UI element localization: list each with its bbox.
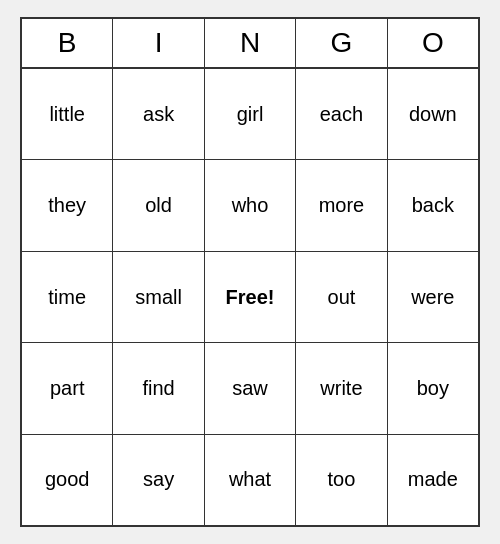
- bingo-row-3: partfindsawwriteboy: [22, 343, 478, 434]
- bingo-cell-3-4: boy: [388, 343, 478, 433]
- bingo-cell-3-0: part: [22, 343, 113, 433]
- bingo-cell-2-2: Free!: [205, 252, 296, 342]
- bingo-cell-1-0: they: [22, 160, 113, 250]
- bingo-cell-2-3: out: [296, 252, 387, 342]
- bingo-body: littleaskgirleachdowntheyoldwhomorebackt…: [22, 69, 478, 525]
- bingo-row-4: goodsaywhattoomade: [22, 435, 478, 525]
- bingo-cell-4-4: made: [388, 435, 478, 525]
- bingo-cell-1-3: more: [296, 160, 387, 250]
- bingo-cell-0-4: down: [388, 69, 478, 159]
- bingo-cell-4-1: say: [113, 435, 204, 525]
- bingo-card: BINGO littleaskgirleachdowntheyoldwhomor…: [20, 17, 480, 527]
- bingo-cell-2-0: time: [22, 252, 113, 342]
- bingo-cell-1-2: who: [205, 160, 296, 250]
- bingo-cell-2-4: were: [388, 252, 478, 342]
- header-letter-n: N: [205, 19, 296, 67]
- bingo-row-1: theyoldwhomoreback: [22, 160, 478, 251]
- bingo-cell-1-1: old: [113, 160, 204, 250]
- bingo-cell-4-0: good: [22, 435, 113, 525]
- bingo-cell-0-1: ask: [113, 69, 204, 159]
- bingo-row-0: littleaskgirleachdown: [22, 69, 478, 160]
- bingo-cell-0-3: each: [296, 69, 387, 159]
- bingo-cell-0-2: girl: [205, 69, 296, 159]
- bingo-cell-3-3: write: [296, 343, 387, 433]
- bingo-row-2: timesmallFree!outwere: [22, 252, 478, 343]
- header-letter-o: O: [388, 19, 478, 67]
- bingo-cell-2-1: small: [113, 252, 204, 342]
- bingo-cell-0-0: little: [22, 69, 113, 159]
- bingo-cell-3-1: find: [113, 343, 204, 433]
- header-letter-b: B: [22, 19, 113, 67]
- bingo-cell-4-2: what: [205, 435, 296, 525]
- bingo-header: BINGO: [22, 19, 478, 69]
- header-letter-g: G: [296, 19, 387, 67]
- bingo-cell-4-3: too: [296, 435, 387, 525]
- bingo-cell-3-2: saw: [205, 343, 296, 433]
- bingo-cell-1-4: back: [388, 160, 478, 250]
- header-letter-i: I: [113, 19, 204, 67]
